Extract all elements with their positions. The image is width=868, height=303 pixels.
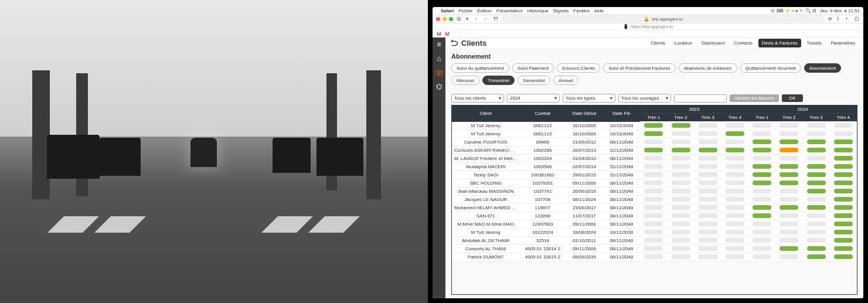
cell-status[interactable] bbox=[721, 171, 748, 179]
home-icon[interactable]: ⌂ bbox=[434, 54, 444, 63]
filter-year[interactable]: 2024▾ bbox=[507, 94, 560, 103]
cell-status[interactable] bbox=[667, 236, 694, 244]
tabs-icon[interactable]: ⊡ bbox=[855, 16, 860, 22]
table-row[interactable]: SBC HOLDING1037920109/11/200608/11/2048 bbox=[452, 179, 857, 187]
reload-icon[interactable]: ⟳ bbox=[828, 16, 832, 22]
cell-status[interactable] bbox=[802, 236, 829, 244]
new-tab-icon[interactable]: + bbox=[845, 16, 850, 22]
cell-status[interactable] bbox=[830, 220, 857, 228]
cell-status[interactable] bbox=[667, 253, 694, 261]
cell-status[interactable] bbox=[830, 228, 857, 236]
menu-safari[interactable]: Safari bbox=[441, 8, 454, 13]
cell-status[interactable] bbox=[695, 146, 721, 154]
cell-status[interactable] bbox=[640, 187, 667, 195]
cell-status[interactable] bbox=[802, 203, 829, 212]
nav-dashboard[interactable]: Dashboard bbox=[698, 39, 728, 47]
table-row[interactable]: Patrick DUMONT4005 01 32615 208/09/20350… bbox=[452, 253, 857, 261]
cell-status[interactable] bbox=[775, 236, 802, 244]
th-trim[interactable]: Trim 4 bbox=[830, 114, 857, 122]
cell-status[interactable] bbox=[830, 146, 857, 154]
th-trim[interactable]: Trim 2 bbox=[667, 114, 694, 122]
cell-status[interactable] bbox=[830, 195, 857, 203]
cell-status[interactable] bbox=[775, 154, 802, 162]
table-row[interactable]: SAN 87112289011/07/201708/11/2048 bbox=[452, 212, 857, 220]
shield-icon[interactable]: ⛉ bbox=[493, 16, 498, 22]
chevron-down-icon[interactable]: ▾ bbox=[466, 16, 471, 22]
cell-status[interactable] bbox=[721, 154, 748, 162]
cell-status[interactable] bbox=[830, 154, 857, 162]
cell-status[interactable] bbox=[775, 138, 802, 146]
cell-status[interactable] bbox=[775, 130, 802, 138]
cell-status[interactable] bbox=[748, 212, 775, 220]
cell-status[interactable] bbox=[748, 154, 775, 162]
table-row[interactable]: M.Mme MAO M.Mme MAO1249780309/11/200608/… bbox=[452, 220, 857, 228]
cell-status[interactable] bbox=[802, 121, 829, 130]
filter-clients[interactable]: Tous les clients▾ bbox=[451, 94, 504, 103]
cell-status[interactable] bbox=[775, 228, 802, 236]
url-bar[interactable]: 🔒erp.appsgen.io bbox=[502, 16, 825, 22]
tab-quittancement-r-current[interactable]: Quittancement récurrent bbox=[740, 63, 801, 73]
th-trim[interactable]: Trim 2 bbox=[775, 114, 802, 122]
cell-status[interactable] bbox=[748, 179, 775, 187]
cell-status[interactable] bbox=[695, 121, 721, 130]
tab-suivi-du-quittancement[interactable]: Suivi du quittancement bbox=[451, 63, 509, 73]
nav-clients[interactable]: Clients bbox=[647, 39, 668, 47]
cell-status[interactable] bbox=[830, 171, 857, 179]
back-icon[interactable]: ‹ bbox=[475, 16, 481, 22]
cell-status[interactable] bbox=[830, 253, 857, 261]
nav-location[interactable]: Location bbox=[671, 39, 696, 47]
th-trim[interactable]: Trim 3 bbox=[802, 114, 829, 122]
table-row[interactable]: Teddy SAGI10038180229/01/201531/12/2048 bbox=[452, 171, 857, 179]
cell-status[interactable] bbox=[748, 138, 775, 146]
forward-icon[interactable]: › bbox=[485, 16, 490, 22]
cell-status[interactable] bbox=[640, 203, 667, 212]
cell-status[interactable] bbox=[775, 244, 802, 253]
th-trim[interactable]: Trim 1 bbox=[640, 114, 667, 122]
cell-status[interactable] bbox=[667, 195, 694, 203]
tab-encours-clients[interactable]: Encours Clients bbox=[557, 63, 600, 73]
cell-status[interactable] bbox=[667, 162, 694, 171]
cell-status[interactable] bbox=[695, 253, 721, 261]
cell-status[interactable] bbox=[775, 121, 802, 130]
th-year-2023[interactable]: 2023 bbox=[640, 105, 748, 114]
cell-status[interactable] bbox=[775, 187, 802, 195]
gmail-icon[interactable]: M bbox=[436, 31, 442, 37]
menu-historique[interactable]: Historique bbox=[527, 8, 549, 13]
cell-status[interactable] bbox=[775, 212, 802, 220]
cell-status[interactable] bbox=[721, 220, 748, 228]
cell-status[interactable] bbox=[640, 220, 667, 228]
cell-status[interactable] bbox=[721, 138, 748, 146]
nav-devis-factures[interactable]: Devis & Factures bbox=[758, 39, 801, 47]
cell-status[interactable] bbox=[830, 121, 857, 130]
cell-status[interactable] bbox=[721, 162, 748, 171]
cell-status[interactable] bbox=[721, 236, 748, 244]
table-row[interactable]: Jacques LE NAOUR10770608/11/202408/11/20… bbox=[452, 195, 857, 203]
cell-status[interactable] bbox=[640, 236, 667, 244]
table-row[interactable]: Consorts ASKARI RANKOUHI100228626/07/201… bbox=[452, 146, 857, 154]
cell-status[interactable] bbox=[802, 179, 829, 187]
cell-status[interactable] bbox=[640, 130, 667, 138]
back-arrow-icon[interactable]: ⮌ bbox=[450, 39, 458, 47]
cell-status[interactable] bbox=[640, 121, 667, 130]
cell-status[interactable] bbox=[695, 130, 721, 138]
th-trim[interactable]: Trim 4 bbox=[721, 114, 748, 122]
cell-status[interactable] bbox=[667, 179, 694, 187]
filter-text-input[interactable] bbox=[674, 94, 727, 103]
cell-status[interactable] bbox=[695, 187, 721, 195]
cell-status[interactable] bbox=[695, 171, 721, 179]
th-trim[interactable]: Trim 3 bbox=[695, 114, 721, 122]
menubar-date[interactable]: Jeu. 9 févr. à 11:51 bbox=[820, 8, 860, 13]
cell-status[interactable] bbox=[748, 171, 775, 179]
cell-status[interactable] bbox=[802, 162, 829, 171]
period-mensuel[interactable]: Mensuel bbox=[451, 76, 479, 85]
window-controls[interactable] bbox=[436, 17, 453, 21]
cell-status[interactable] bbox=[695, 154, 721, 162]
cell-status[interactable] bbox=[802, 244, 829, 253]
cell-status[interactable] bbox=[830, 212, 857, 220]
table-row[interactable]: M Tuil Jeremy1812202418/08/202418/12/203… bbox=[452, 228, 857, 236]
cell-status[interactable] bbox=[802, 187, 829, 195]
cell-status[interactable] bbox=[695, 138, 721, 146]
cell-status[interactable] bbox=[748, 253, 775, 261]
tab-suivi-paiement[interactable]: Suivi Paiement bbox=[512, 63, 554, 73]
cell-status[interactable] bbox=[830, 130, 857, 138]
